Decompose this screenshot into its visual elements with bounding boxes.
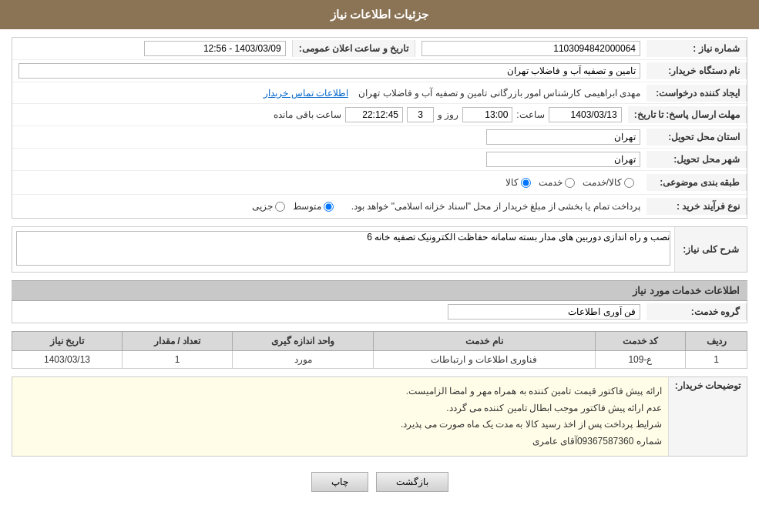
tabaqe-label-kala: کالا — [505, 177, 519, 188]
cell-tarikh: 1403/03/13 — [12, 351, 123, 369]
sharh-textarea[interactable]: نصب و راه اندازی دوربین های مدار بسته سا… — [16, 231, 670, 266]
nooe-radio-motavaset[interactable] — [324, 202, 334, 212]
tabaqe-radio-kala[interactable] — [521, 178, 531, 188]
col-tedad: تعداد / مقدار — [123, 332, 233, 351]
mohlat-time-input[interactable] — [462, 107, 512, 122]
tabaqe-option-khedmat: خدمت — [539, 177, 575, 188]
nam-dastgah-input[interactable] — [18, 63, 640, 79]
cell-tedad: 1 — [123, 351, 233, 369]
nooe-farayand-note: پرداخت تمام یا بخشی از مبلغ خریدار از مح… — [351, 201, 640, 212]
ostan-label: استان محل تحویل: — [646, 129, 747, 146]
shahr-value — [12, 149, 646, 170]
services-section-title: اطلاعات خدمات مورد نیاز — [12, 280, 747, 301]
back-button[interactable]: بازگشت — [376, 472, 448, 492]
print-button[interactable]: چاپ — [311, 472, 368, 492]
tabaqe-label-khedmat: خدمت — [539, 177, 563, 188]
ijad-konande-label: ایجاد کننده درخواست: — [646, 85, 747, 102]
ostan-value — [12, 126, 646, 148]
table-body: 1 ع-109 فناوری اطلاعات و ارتباطات مورد 1… — [12, 351, 747, 369]
sharh-label: شرح کلی نیاز: — [674, 227, 747, 272]
main-info-section: شماره نیاز : تاریخ و ساعت اعلان عمومی: ن… — [12, 37, 747, 219]
nooe-option-jozii: جزیی — [252, 201, 285, 212]
page-title: جزئیات اطلاعات نیاز — [331, 8, 428, 21]
description-line: عدم ارائه پیش فاکتور موجب ابطال تامین کن… — [18, 400, 662, 417]
shomara-value — [415, 38, 646, 59]
tarikh-elam-label: تاریخ و ساعت اعلان عمومی: — [292, 40, 415, 57]
table-header-row: ردیف کد خدمت نام خدمت واحد اندازه گیری ت… — [12, 332, 747, 351]
col-name: نام خدمت — [374, 332, 596, 351]
shomara-row: شماره نیاز : تاریخ و ساعت اعلان عمومی: — [12, 38, 747, 60]
tabaqe-option-kala-khedmat: کالا/خدمت — [583, 177, 634, 188]
ijad-konande-text: مهدی ابراهیمی کارشناس امور بازرگانی تامی… — [358, 88, 640, 99]
description-line: ارائه پیش فاکتور قیمت تامین کننده به همر… — [18, 383, 662, 400]
cell-vahed: مورد — [232, 351, 373, 369]
shomara-input[interactable] — [421, 41, 640, 56]
col-radif: ردیف — [686, 332, 747, 351]
mohlat-roz-label: روز و — [438, 109, 458, 120]
nooe-farayand-label: نوع فرآیند خرید : — [646, 198, 747, 215]
tarikh-elam-value — [138, 38, 292, 59]
nooe-label-motavaset: متوسط — [293, 201, 321, 212]
nam-dastgah-label: نام دستگاه خریدار: — [646, 62, 747, 79]
sharh-section: شرح کلی نیاز: نصب و راه اندازی دوربین ها… — [12, 226, 747, 273]
description-section: توضیحات خریدار: ارائه پیش فاکتور قیمت تا… — [12, 376, 747, 457]
services-info: گروه خدمت: — [12, 301, 747, 323]
ostan-input[interactable] — [486, 129, 640, 145]
tabaqe-label: طبقه بندی موضوعی: — [646, 174, 747, 191]
description-content: ارائه پیش فاکتور قیمت تامین کننده به همر… — [12, 377, 668, 456]
goroh-input[interactable] — [448, 304, 640, 320]
cell-kod: ع-109 — [595, 351, 686, 369]
tabaqe-row: طبقه بندی موضوعی: کالا/خدمت خدمت — [12, 171, 747, 195]
cell-name: فناوری اطلاعات و ارتباطات — [374, 351, 596, 369]
mohlat-date-input[interactable] — [549, 107, 622, 122]
tarikh-elam-input[interactable] — [144, 41, 286, 56]
tabaqe-option-kala: کالا — [505, 177, 531, 188]
mohlat-remaining-input[interactable] — [345, 107, 403, 122]
tabaqe-radio-kala-khedmat[interactable] — [624, 178, 634, 188]
shahr-input[interactable] — [486, 152, 640, 167]
nam-dastgah-value — [12, 60, 646, 82]
cell-radif: 1 — [686, 351, 747, 369]
sharh-value: نصب و راه اندازی دوربین های مدار بسته سا… — [12, 227, 674, 272]
tabaqe-options: کالا/خدمت خدمت کالا — [12, 171, 646, 194]
content-area: شماره نیاز : تاریخ و ساعت اعلان عمومی: ن… — [0, 29, 759, 507]
col-vahed: واحد اندازه گیری — [232, 332, 373, 351]
nooe-farayand-content: پرداخت تمام یا بخشی از مبلغ خریدار از مح… — [12, 195, 646, 218]
table-row: 1 ع-109 فناوری اطلاعات و ارتباطات مورد 1… — [12, 351, 747, 369]
mohlat-label: مهلت ارسال پاسخ: تا تاریخ: — [628, 106, 747, 123]
nam-dastgah-row: نام دستگاه خریدار: — [12, 60, 747, 82]
shahr-label: شهر محل تحویل: — [646, 151, 747, 168]
page-header: جزئیات اطلاعات نیاز — [0, 0, 759, 29]
nooe-radio-jozii[interactable] — [275, 202, 285, 212]
mohlat-row: مهلت ارسال پاسخ: تا تاریخ: ساعت: روز و س… — [12, 104, 747, 126]
tabaqe-radio-group: کالا/خدمت خدمت کالا — [18, 174, 640, 191]
tabaqe-radio-khedmat[interactable] — [565, 178, 575, 188]
goroh-row: گروه خدمت: — [12, 301, 747, 323]
ostan-row: استان محل تحویل: — [12, 126, 747, 149]
services-table: ردیف کد خدمت نام خدمت واحد اندازه گیری ت… — [12, 331, 747, 369]
nooe-label-jozii: جزیی — [252, 201, 273, 212]
nooe-farayand-radio-group: متوسط جزیی — [246, 198, 340, 215]
page-wrapper: جزئیات اطلاعات نیاز شماره نیاز : تاریخ و… — [0, 0, 759, 532]
tabaqe-label-kala-khedmat: کالا/خدمت — [583, 177, 622, 188]
ijad-konande-value: مهدی ابراهیمی کارشناس امور بازرگانی تامی… — [12, 85, 646, 102]
ijad-konande-row: ایجاد کننده درخواست: مهدی ابراهیمی کارشن… — [12, 82, 747, 104]
goroh-value — [12, 301, 646, 323]
mohlat-remaining-label: ساعت باقی مانده — [274, 109, 341, 120]
col-kod: کد خدمت — [595, 332, 686, 351]
description-line: شرایط پرداخت پس از اخذ رسید کالا به مدت … — [18, 417, 662, 433]
col-tarikh: تاریخ نیاز — [12, 332, 123, 351]
bottom-buttons: بازگشت چاپ — [12, 464, 747, 500]
nooe-option-motavaset: متوسط — [293, 201, 334, 212]
goroh-label: گروه خدمت: — [646, 303, 747, 320]
shomara-label: شماره نیاز : — [646, 40, 747, 57]
description-line: شماره 09367587360آقای عامری — [18, 433, 662, 450]
mohlat-roz-input[interactable] — [407, 107, 434, 122]
description-label: توضیحات خریدار: — [668, 377, 747, 456]
ijad-konande-link[interactable]: اطلاعات تماس خریدار — [264, 88, 348, 99]
services-table-section: ردیف کد خدمت نام خدمت واحد اندازه گیری ت… — [12, 331, 747, 369]
mohlat-datetime: ساعت: روز و ساعت باقی مانده — [12, 104, 628, 125]
shahr-row: شهر محل تحویل: — [12, 149, 747, 171]
mohlat-time-label: ساعت: — [516, 109, 544, 120]
nooe-farayand-row: نوع فرآیند خرید : پرداخت تمام یا بخشی از… — [12, 195, 747, 218]
